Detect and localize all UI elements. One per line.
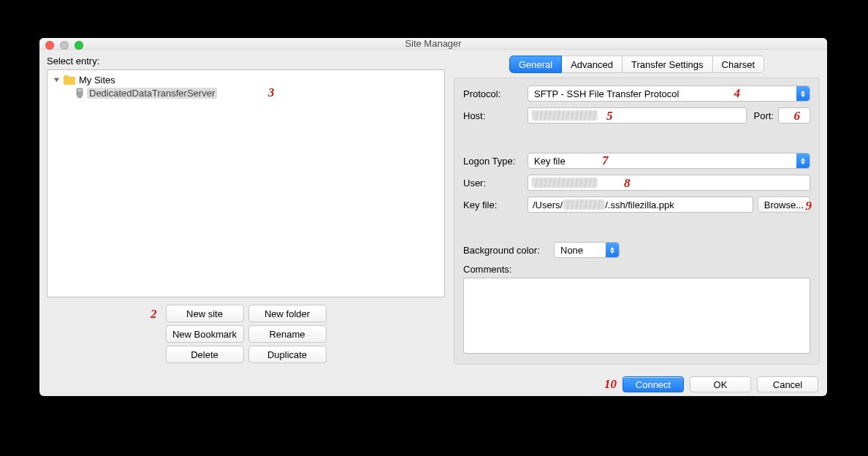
keyfile-input[interactable]: /Users/ /.ssh/filezilla.ppk (528, 197, 753, 213)
connect-button[interactable]: Connect (623, 376, 684, 392)
site-buttons-grid: 2 New site New folder New Bookmark Renam… (47, 305, 445, 363)
annotation-10: 10 (604, 377, 617, 392)
server-icon (75, 88, 84, 98)
svg-marker-0 (53, 77, 58, 81)
logon-type-label: Logon Type: (463, 156, 523, 167)
site-manager-window: Site Manager Select entry: My Sites (39, 38, 827, 396)
tree-site-label: DedicatedDataTransferServer (87, 88, 217, 99)
host-label: Host: (463, 110, 523, 121)
annotation-2: 2 (151, 307, 157, 322)
background-color-value: None (560, 245, 583, 256)
logon-type-value: Key file (534, 156, 566, 167)
dialog-buttons: 10 Connect OK Cancel (39, 370, 827, 396)
ok-button[interactable]: OK (690, 376, 751, 392)
tree-site-item[interactable]: DedicatedDataTransferServer 3 (52, 86, 440, 99)
annotation-3: 3 (268, 86, 275, 100)
cancel-button[interactable]: Cancel (757, 376, 818, 392)
port-label: Port: (754, 110, 774, 121)
browse-button[interactable]: Browse... (758, 197, 810, 213)
right-pane: General Advanced Transfer Settings Chars… (454, 56, 820, 365)
window-title: Site Manager (405, 38, 461, 49)
dropdown-arrows-icon (796, 153, 810, 168)
maximize-window-button[interactable] (75, 41, 83, 50)
left-pane: Select entry: My Sites (47, 56, 445, 365)
svg-rect-3 (77, 96, 82, 98)
titlebar: Site Manager (39, 38, 827, 50)
folder-icon (64, 75, 75, 85)
protocol-label: Protocol: (463, 88, 523, 99)
tab-general[interactable]: General (509, 56, 562, 73)
dropdown-arrows-icon (606, 243, 619, 257)
duplicate-button[interactable]: Duplicate (248, 346, 327, 363)
background-color-dropdown[interactable]: None (554, 242, 620, 258)
new-site-button[interactable]: New site (166, 305, 244, 322)
dropdown-arrows-icon (796, 86, 810, 101)
port-input[interactable] (778, 107, 810, 123)
user-label: User: (463, 178, 523, 189)
protocol-dropdown[interactable]: SFTP - SSH File Transfer Protocol (528, 86, 810, 102)
keyfile-label: Key file: (463, 200, 523, 210)
tab-transfer[interactable]: Transfer Settings (623, 56, 713, 73)
logon-type-dropdown[interactable]: Key file (528, 153, 810, 169)
tab-bar: General Advanced Transfer Settings Chars… (454, 56, 820, 73)
close-window-button[interactable] (45, 41, 54, 50)
protocol-value: SFTP - SSH File Transfer Protocol (534, 88, 679, 99)
disclosure-triangle-icon[interactable] (52, 75, 61, 84)
comments-label: Comments: (463, 264, 511, 275)
delete-button[interactable]: Delete (166, 346, 244, 363)
new-folder-button[interactable]: New folder (248, 305, 327, 322)
new-bookmark-button[interactable]: New Bookmark (166, 325, 244, 343)
tree-root-label: My Sites (79, 75, 115, 86)
tree-root-mysites[interactable]: My Sites (52, 73, 440, 86)
svg-rect-2 (78, 90, 82, 91)
tab-advanced[interactable]: Advanced (562, 56, 623, 73)
comments-textarea[interactable] (463, 278, 810, 354)
minimize-window-button[interactable] (60, 41, 69, 50)
background-color-label: Background color: (463, 245, 549, 256)
site-tree[interactable]: My Sites DedicatedDataTransferServer 3 (47, 69, 445, 297)
select-entry-label: Select entry: (47, 56, 445, 66)
tab-charset[interactable]: Charset (713, 56, 765, 73)
rename-button[interactable]: Rename (248, 325, 327, 343)
keyfile-path-prefix: /Users/ (533, 200, 563, 210)
traffic-lights (45, 41, 83, 50)
keyfile-path-suffix: /.ssh/filezilla.ppk (605, 200, 674, 210)
general-panel: Protocol: SFTP - SSH File Transfer Proto… (454, 77, 820, 365)
